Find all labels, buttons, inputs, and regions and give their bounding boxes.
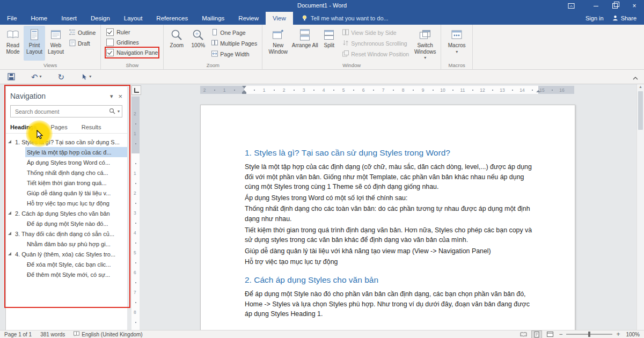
- language-indicator[interactable]: English (United Kingdom): [74, 331, 142, 337]
- one-page-button[interactable]: One Page: [210, 27, 259, 38]
- tell-me-box[interactable]: Tell me what you want to do...: [302, 12, 389, 25]
- zoom-slider-thumb[interactable]: [588, 332, 590, 337]
- nav-tab-pages[interactable]: Pages: [51, 124, 68, 130]
- ruler-number: 6: [134, 270, 136, 275]
- nav-heading-item[interactable]: 4. Quản lý (thêm, xóa) các Styles tro...: [6, 249, 128, 259]
- nav-heading-item[interactable]: Giúp dễ dàng quản lý tài liệu v...: [25, 188, 128, 198]
- navigation-pane-close-icon[interactable]: ×: [118, 92, 122, 100]
- customize-quick-access-toolbar-button[interactable]: ▾: [80, 74, 91, 80]
- nav-heading-item[interactable]: Hỗ trợ việc tạo mục lục tự động: [25, 198, 128, 208]
- nav-heading-item[interactable]: Thống nhất định dạng cho cá...: [25, 167, 128, 178]
- split-button[interactable]: Split: [318, 26, 340, 61]
- ruler-checkbox[interactable]: Ruler: [106, 28, 158, 36]
- expand-triangle-icon[interactable]: [8, 252, 11, 255]
- navigation-pane-options-arrow-icon[interactable]: ▾: [110, 93, 113, 100]
- tab-view[interactable]: View: [266, 12, 293, 25]
- zoom-out-button[interactable]: −: [559, 331, 562, 337]
- page-indicator[interactable]: Page 1 of 1: [4, 332, 32, 337]
- tab-file[interactable]: File: [0, 12, 24, 25]
- nav-tab-results[interactable]: Results: [82, 124, 101, 130]
- zoom-percentage[interactable]: 100%: [626, 332, 640, 337]
- search-icon[interactable]: [109, 107, 115, 116]
- expand-triangle-icon[interactable]: [8, 140, 11, 143]
- collapse-ribbon-button[interactable]: [632, 74, 639, 83]
- nav-heading-item[interactable]: Style là một tập hợp của các đ...: [25, 147, 128, 157]
- ruler-number: 4: [134, 230, 136, 236]
- tab-layout[interactable]: Layout: [117, 12, 150, 25]
- zoom-in-button[interactable]: +: [616, 331, 620, 337]
- expand-triangle-icon[interactable]: [8, 211, 11, 215]
- read-mode-view-button[interactable]: [518, 331, 528, 338]
- minimize-button[interactable]: [586, 0, 605, 12]
- scroll-up-arrow-icon[interactable]: ▲: [637, 85, 644, 89]
- nav-heading-item[interactable]: Để áp dụng một Style nào đó...: [25, 218, 128, 229]
- document-heading-2: 2. Cách áp dụng Styles cho văn bản: [245, 275, 536, 285]
- nav-heading-item[interactable]: 3. Thay đổi các định dạng có sẵn củ...: [6, 229, 128, 239]
- nav-heading-item[interactable]: Nhằm đảm bảo sự phù hợp gi...: [25, 239, 128, 249]
- page-width-button[interactable]: Page Width: [210, 49, 259, 59]
- save-button[interactable]: [8, 73, 15, 80]
- word-count[interactable]: 381 words: [40, 332, 65, 337]
- arrange-all-button[interactable]: Arrange All: [291, 26, 318, 61]
- web-layout-button[interactable]: Web Layout: [45, 26, 67, 61]
- nav-heading-item[interactable]: Để thêm một Style mới, có sự...: [25, 269, 128, 280]
- new-window-button[interactable]: New Window: [265, 26, 291, 61]
- document-page[interactable]: 1. Styles là gì? Tại sao cần sử dụng Sty…: [200, 105, 575, 330]
- first-line-indent-marker[interactable]: [242, 86, 246, 89]
- navigation-search-box[interactable]: ▾: [10, 105, 122, 117]
- view-side-by-side-button[interactable]: View Side by Side: [341, 27, 411, 38]
- read-mode-button[interactable]: Read Mode: [2, 26, 24, 61]
- draft-button[interactable]: Draft: [68, 38, 97, 48]
- nav-tab-headings[interactable]: Headings: [10, 124, 37, 130]
- search-input[interactable]: [14, 108, 107, 115]
- tab-references[interactable]: References: [149, 12, 195, 25]
- redo-button[interactable]: ↻: [58, 73, 65, 81]
- zoom-button[interactable]: Zoom: [166, 26, 187, 61]
- nav-heading-item[interactable]: 2. Cách áp dụng Styles cho văn bản: [6, 208, 128, 218]
- navigation-pane-checkbox[interactable]: Navigation Pane: [106, 48, 158, 57]
- undo-button[interactable]: ↶ ▾: [31, 73, 42, 81]
- reset-window-position-button[interactable]: Reset Window Position: [341, 49, 411, 59]
- macros-button[interactable]: Macros ▾: [443, 26, 470, 61]
- nav-heading-label: 2. Cách áp dụng Styles cho văn bản: [15, 210, 110, 217]
- web-layout-icon: [50, 27, 61, 42]
- nav-heading-item[interactable]: Tiết kiệm thời gian trong quá...: [25, 178, 128, 188]
- switch-windows-button[interactable]: Switch Windows ▾: [412, 26, 438, 61]
- sign-in-link[interactable]: Sign in: [586, 15, 604, 21]
- tab-home[interactable]: Home: [24, 12, 55, 25]
- nav-heading-item[interactable]: 1. Styles là gì? Tại sao cần sử dụng S..…: [6, 137, 128, 147]
- views-group-label: Views: [0, 62, 100, 68]
- tab-mailings[interactable]: Mailings: [195, 12, 231, 25]
- nav-heading-item[interactable]: Áp dụng Styles trong Word có...: [25, 157, 128, 167]
- left-indent-marker[interactable]: [242, 92, 246, 94]
- nav-heading-item[interactable]: Để xóa một Style, các bạn clic...: [25, 259, 128, 269]
- print-layout-button[interactable]: Print Layout: [24, 26, 45, 61]
- tab-review[interactable]: Review: [231, 12, 266, 25]
- read-mode-icon: [6, 27, 19, 42]
- outline-button[interactable]: Outline: [68, 27, 97, 38]
- window-group-label: Window: [262, 62, 441, 68]
- restore-button[interactable]: [605, 0, 625, 12]
- tab-stop-selector[interactable]: [131, 85, 141, 95]
- zoom-100-button[interactable]: 100%: [187, 26, 209, 61]
- gridlines-checkbox[interactable]: Gridlines: [106, 38, 158, 47]
- print-layout-view-button[interactable]: [532, 331, 541, 338]
- scrollbar-thumb[interactable]: [638, 91, 643, 130]
- share-button[interactable]: Share: [612, 15, 636, 22]
- vertical-ruler[interactable]: 21123456789: [131, 97, 140, 330]
- multiple-pages-button[interactable]: Multiple Pages: [210, 38, 259, 48]
- navigation-pane-title: Navigation: [10, 92, 110, 100]
- ribbon-display-options-icon[interactable]: [561, 0, 581, 12]
- tab-insert[interactable]: Insert: [54, 12, 84, 25]
- navigation-pane: Navigation ▾ × ▾ HeadingsPagesResults 1.…: [5, 86, 128, 330]
- horizontal-ruler[interactable]: 2112345678910111213141516: [200, 86, 574, 94]
- synchronous-scrolling-button[interactable]: Synchronous Scrolling: [341, 38, 411, 48]
- web-layout-view-button[interactable]: [545, 331, 555, 338]
- close-button[interactable]: ×: [625, 0, 644, 12]
- expand-triangle-icon[interactable]: [8, 232, 11, 235]
- search-dropdown-arrow-icon[interactable]: ▾: [118, 109, 120, 114]
- tab-design[interactable]: Design: [84, 12, 117, 25]
- zoom-slider[interactable]: [566, 334, 612, 335]
- nav-heading-label: 1. Styles là gì? Tại sao cần sử dụng S..…: [15, 139, 120, 145]
- vertical-scrollbar[interactable]: ▲: [636, 84, 644, 330]
